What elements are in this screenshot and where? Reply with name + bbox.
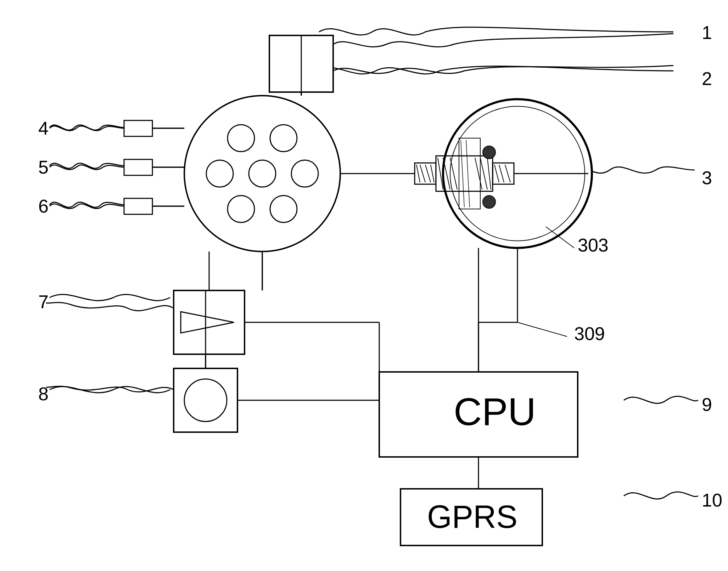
dot-top [483,146,495,159]
label-7: 7 [38,292,49,312]
label-2: 2 [702,68,712,89]
component-5 [124,159,152,175]
cpu-label: CPU [454,390,536,433]
label-9: 9 [702,394,712,415]
svg-rect-0 [0,0,728,571]
hole-5 [291,160,318,187]
label-5: 5 [38,157,49,177]
label-303: 303 [578,235,609,255]
hole-4 [249,160,276,187]
label-4: 4 [38,118,49,138]
hole-6 [228,196,254,222]
hole-7 [270,196,297,222]
gprs-label: GPRS [427,499,517,535]
flow-meter-circle [184,379,227,422]
label-309: 309 [574,323,605,344]
label-8: 8 [38,384,49,404]
hole-2 [270,125,297,152]
dot-bottom [483,196,495,208]
component-6 [124,198,152,214]
component-4 [124,120,152,136]
label-10: 10 [702,490,722,510]
hole-1 [228,125,254,152]
label-1: 1 [702,22,712,43]
hole-3 [206,160,233,187]
diagram-container: 1 2 3 4 5 6 7 8 9 10 303 309 [0,0,728,571]
label-6: 6 [38,196,49,216]
label-3: 3 [702,168,712,188]
